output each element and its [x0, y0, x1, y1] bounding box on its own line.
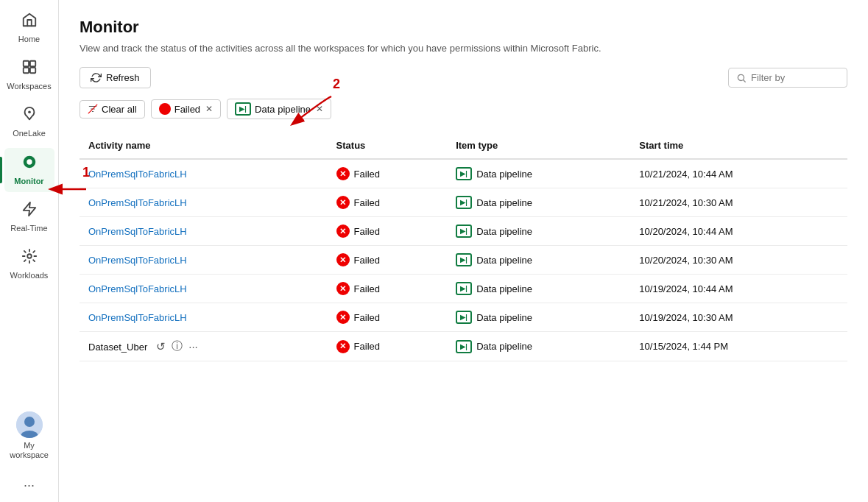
status-text: Failed — [354, 312, 380, 323]
filter-row: Clear all ✕ Failed ✕ ▶| Data pipeline ✕ — [80, 99, 847, 119]
cell-start-time: 10/21/2024, 10:44 AM — [630, 159, 847, 188]
pipeline-type-icon: ▶| — [456, 225, 472, 238]
failed-chip-icon: ✕ — [159, 103, 171, 115]
item-type-text: Data pipeline — [476, 341, 532, 352]
pipeline-type-icon: ▶| — [456, 196, 472, 209]
cell-start-time: 10/20/2024, 10:44 AM — [630, 217, 847, 246]
sidebar-item-realtime-label: Real-Time — [10, 224, 47, 233]
fail-status-icon: ✕ — [336, 311, 350, 324]
cell-status: ✕ Failed — [328, 275, 448, 303]
pipeline-chip-label: Data pipeline — [255, 104, 311, 115]
fail-status-icon: ✕ — [336, 253, 350, 266]
info-icon[interactable]: ⓘ — [172, 339, 183, 353]
failed-filter-chip[interactable]: ✕ Failed ✕ — [151, 99, 221, 119]
main-content: 1 2 Monitor View and track the status of… — [59, 0, 868, 502]
sidebar-item-monitor-label: Monitor — [14, 177, 43, 186]
svg-point-6 — [27, 159, 32, 164]
col-header-start-time: Start time — [630, 132, 847, 159]
pipeline-type-icon: ▶| — [456, 167, 472, 180]
refresh-button[interactable]: Refresh — [80, 67, 151, 88]
sidebar-item-onelake-label: OneLake — [13, 129, 46, 138]
pipeline-type-icon: ▶| — [456, 311, 472, 324]
filter-by-input-wrap[interactable] — [728, 68, 847, 88]
restore-icon[interactable]: ↺ — [156, 340, 166, 353]
cell-activity-name[interactable]: OnPremSqlToFabricLH — [80, 159, 328, 188]
fail-status-icon: ✕ — [336, 225, 350, 238]
sidebar-item-workloads-label: Workloads — [10, 271, 49, 280]
sidebar-item-onelake[interactable]: OneLake — [4, 100, 54, 144]
search-icon — [736, 73, 747, 83]
cell-start-time: 10/20/2024, 10:30 AM — [630, 246, 847, 275]
item-type-text: Data pipeline — [476, 226, 532, 237]
item-type-text: Data pipeline — [476, 255, 532, 266]
cell-start-time: 10/21/2024, 10:30 AM — [630, 188, 847, 217]
col-header-status: Status — [328, 132, 448, 159]
status-text: Failed — [354, 283, 380, 294]
col-header-item-type: Item type — [447, 132, 630, 159]
cell-status: ✕ Failed — [328, 159, 448, 188]
row-actions: ↺ ⓘ ··· — [156, 339, 198, 353]
cell-activity-name[interactable]: OnPremSqlToFabricLH — [80, 303, 328, 332]
table-row: OnPremSqlToFabricLH ✕ Failed ▶| Data pip… — [80, 246, 847, 275]
cell-item-type: ▶| Data pipeline — [447, 188, 630, 217]
sidebar-item-realtime[interactable]: Real-Time — [4, 195, 54, 239]
page-description: View and track the status of the activit… — [80, 43, 847, 54]
sidebar: Home Workspaces OneLake Monitor — [0, 0, 59, 502]
sidebar-item-home[interactable]: Home — [4, 6, 54, 50]
cell-activity-name[interactable]: OnPremSqlToFabricLH — [80, 188, 328, 217]
fail-status-icon: ✕ — [336, 340, 350, 353]
more-icon[interactable]: ··· — [188, 340, 198, 353]
cell-activity-name[interactable]: OnPremSqlToFabricLH — [80, 246, 328, 275]
cell-activity-name[interactable]: OnPremSqlToFabricLH — [80, 275, 328, 303]
pipeline-type-icon: ▶| — [456, 340, 472, 353]
table-row: OnPremSqlToFabricLH ✕ Failed ▶| Data pip… — [80, 303, 847, 332]
filter-by-input[interactable] — [751, 72, 839, 83]
failed-chip-remove[interactable]: ✕ — [205, 104, 213, 114]
svg-rect-2 — [23, 68, 28, 73]
more-options[interactable]: ... — [24, 475, 35, 490]
pipeline-filter-chip[interactable]: ▶| Data pipeline ✕ — [227, 99, 331, 119]
status-text: Failed — [354, 197, 380, 208]
activity-name-link[interactable]: Dataset_Uber — [88, 342, 147, 353]
table-header-row: Activity name Status Item type Start tim… — [80, 132, 847, 159]
svg-point-4 — [28, 111, 31, 114]
cell-status: ✕ Failed — [328, 246, 448, 275]
home-icon — [21, 12, 38, 32]
clear-all-chip[interactable]: Clear all — [80, 100, 145, 119]
sidebar-item-myworkspace-label: My workspace — [9, 441, 50, 460]
sidebar-item-monitor[interactable]: Monitor — [4, 148, 54, 192]
workspaces-icon — [21, 59, 38, 79]
pipeline-chip-remove[interactable]: ✕ — [316, 104, 323, 114]
cell-start-time: 10/15/2024, 1:44 PM — [630, 332, 847, 361]
cell-activity-name[interactable]: OnPremSqlToFabricLH — [80, 217, 328, 246]
cell-item-type: ▶| Data pipeline — [447, 275, 630, 303]
avatar — [16, 411, 43, 438]
cell-item-type: ▶| Data pipeline — [447, 246, 630, 275]
cell-start-time: 10/19/2024, 10:44 AM — [630, 275, 847, 303]
cell-item-type: ▶| Data pipeline — [447, 303, 630, 332]
table-row: OnPremSqlToFabricLH ✕ Failed ▶| Data pip… — [80, 275, 847, 303]
status-text: Failed — [354, 341, 380, 352]
svg-rect-0 — [23, 61, 28, 66]
col-header-activity-name: Activity name — [80, 132, 328, 159]
sidebar-item-workspaces[interactable]: Workspaces — [4, 53, 54, 97]
cell-activity-name[interactable]: Dataset_Uber ↺ ⓘ ··· — [80, 332, 328, 361]
cell-status: ✕ Failed — [328, 303, 448, 332]
more-dots-label: ... — [24, 475, 35, 489]
item-type-text: Data pipeline — [476, 197, 532, 208]
table-row: OnPremSqlToFabricLH ✕ Failed ▶| Data pip… — [80, 217, 847, 246]
clear-all-label: Clear all — [102, 104, 137, 115]
cell-status: ✕ Failed — [328, 188, 448, 217]
svg-rect-1 — [29, 61, 35, 66]
table-row: OnPremSqlToFabricLH ✕ Failed ▶| Data pip… — [80, 188, 847, 217]
status-text: Failed — [354, 226, 380, 237]
item-type-text: Data pipeline — [476, 312, 532, 323]
failed-chip-label: Failed — [174, 104, 200, 115]
refresh-icon — [91, 72, 102, 83]
table-row: OnPremSqlToFabricLH ✕ Failed ▶| Data pip… — [80, 159, 847, 188]
sidebar-item-myworkspace[interactable]: My workspace — [4, 406, 54, 466]
cell-status: ✕ Failed — [328, 217, 448, 246]
svg-rect-3 — [29, 68, 35, 73]
sidebar-item-workspaces-label: Workspaces — [7, 82, 51, 91]
sidebar-item-workloads[interactable]: Workloads — [4, 242, 54, 286]
